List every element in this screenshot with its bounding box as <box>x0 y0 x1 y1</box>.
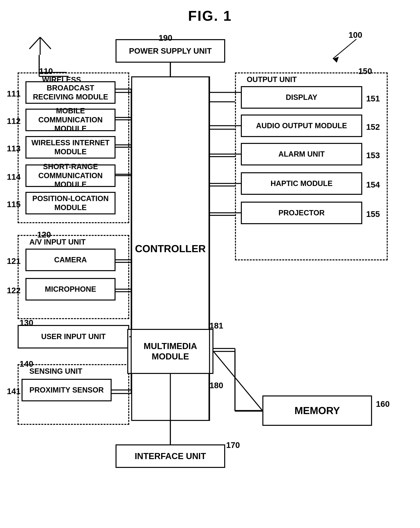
ref-152: 152 <box>366 122 380 132</box>
diagram: FIG. 1 100 <box>0 0 420 528</box>
ref-181: 181 <box>210 321 223 330</box>
ref-112: 112 <box>7 117 21 126</box>
user-input-box: USER INPUT UNIT <box>18 325 129 348</box>
ref-153: 153 <box>366 151 380 160</box>
ref-155: 155 <box>366 209 380 219</box>
power-supply-box: POWER SUPPLY UNIT <box>116 39 225 63</box>
ref-122: 122 <box>7 286 21 295</box>
ref-150: 150 <box>358 67 372 76</box>
output-unit-label: OUTPUT UNIT <box>247 75 297 84</box>
ref-154: 154 <box>366 180 380 190</box>
svg-line-24 <box>40 37 51 49</box>
ref-110: 110 <box>39 67 53 76</box>
camera-box: CAMERA <box>25 249 116 271</box>
svg-line-23 <box>29 37 40 49</box>
ref-113: 113 <box>7 144 21 153</box>
svg-marker-50 <box>333 57 339 63</box>
ref-190: 190 <box>159 33 172 43</box>
ref-160: 160 <box>376 399 390 409</box>
ref-130: 130 <box>20 318 33 327</box>
ref-151: 151 <box>366 94 380 103</box>
short-range-box: SHORT-RANGE COMMUNICATION MODULE <box>25 165 116 187</box>
memory-box: MEMORY <box>262 396 372 426</box>
ref-100: 100 <box>348 30 362 40</box>
display-box: DISPLAY <box>241 86 362 109</box>
ref-180: 180 <box>210 381 223 390</box>
ref-111: 111 <box>7 89 21 98</box>
proximity-box: PROXIMITY SENSOR <box>22 379 112 401</box>
ref-115: 115 <box>7 200 21 209</box>
sensing-unit-label: SENSING UNIT <box>29 367 82 375</box>
projector-box: PROJECTOR <box>241 202 362 224</box>
mobile-box: MOBILE COMMUNICATION MODULE <box>25 109 116 131</box>
position-box: POSITION-LOCATION MODULE <box>25 192 116 214</box>
svg-line-49 <box>333 39 356 59</box>
ref-114: 114 <box>7 172 21 182</box>
haptic-box: HAPTIC MODULE <box>241 172 362 195</box>
ref-120: 120 <box>37 230 51 240</box>
audio-output-box: AUDIO OUTPUT MODULE <box>241 115 362 137</box>
ref-140: 140 <box>20 359 33 369</box>
wireless-internet-box: WIRELESS INTERNET MODULE <box>25 136 116 159</box>
antenna-icon <box>25 33 55 57</box>
multimedia-box: MULTIMEDIA MODULE <box>127 329 213 374</box>
ref-170: 170 <box>226 441 240 450</box>
ref-141: 141 <box>7 387 21 396</box>
alarm-box: ALARM UNIT <box>241 143 362 165</box>
interface-box: INTERFACE UNIT <box>116 444 225 468</box>
figure-title: FIG. 1 <box>188 8 232 24</box>
broadcast-box: BROADCAST RECEIVING MODULE <box>25 81 116 104</box>
ref-121: 121 <box>7 256 21 266</box>
av-input-box <box>18 235 129 319</box>
microphone-box: MICROPHONE <box>25 278 116 300</box>
